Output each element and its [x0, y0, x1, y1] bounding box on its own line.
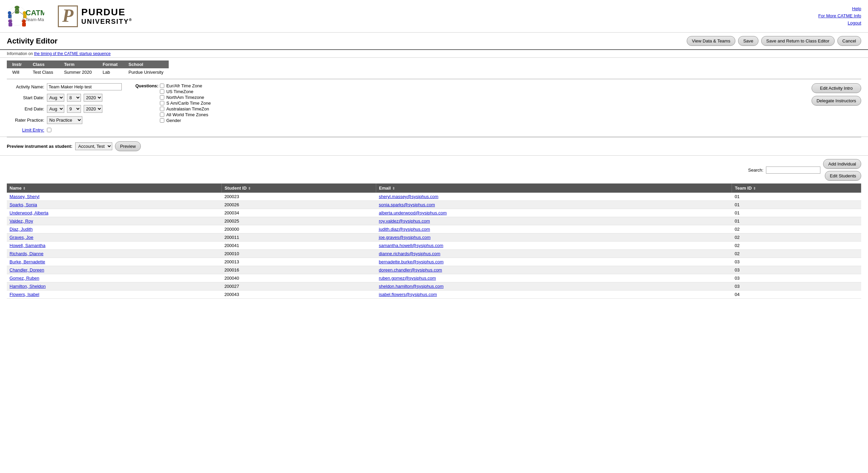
student-email-cell: doreen.chandler@sysiphus.com: [376, 266, 732, 274]
form-questions: Questions: Eur/Afr Time Zone US TimeZone…: [135, 83, 211, 133]
student-name-link[interactable]: Massey, Sheryl: [10, 194, 39, 199]
end-day-select[interactable]: 12345678910: [67, 105, 81, 113]
student-name-link[interactable]: Graves, Joe: [10, 235, 33, 240]
edit-students-button[interactable]: Edit Students: [825, 171, 861, 181]
question-eur-afr: Eur/Afr Time Zone: [160, 83, 211, 88]
student-name-cell: Massey, Sheryl: [7, 193, 222, 201]
logo-section: CATME Team-Maker P PURDUE UNIVERSITY®: [7, 3, 132, 29]
search-input[interactable]: [766, 167, 820, 174]
student-email-link[interactable]: joe.graves@sysiphus.com: [379, 235, 431, 240]
preview-student-select[interactable]: Account, Test: [75, 142, 112, 150]
student-email-link[interactable]: sheldon.hamilton@sysiphus.com: [379, 284, 444, 289]
limit-entry-label[interactable]: Limit Entry:: [7, 127, 44, 133]
student-name-link[interactable]: Chandler, Doreen: [10, 267, 44, 273]
table-row: Burke, Bernadette 200013 bernadette.burk…: [7, 258, 861, 266]
team-sort-icon: ⇕: [753, 187, 756, 190]
timing-link[interactable]: the timing of the CATME startup sequence: [34, 51, 111, 56]
student-name-link[interactable]: Burke, Bernadette: [10, 259, 45, 264]
view-data-teams-button[interactable]: View Data & Teams: [687, 36, 735, 46]
class-info-row: Will Test Class Summer 2020 Lab Purdue U…: [7, 68, 169, 76]
student-team-cell: 02: [732, 225, 861, 233]
start-month-select[interactable]: JanFebMarAprMayJunJulAugSepOctNovDec: [47, 94, 64, 102]
rater-practice-label: Rater Practice:: [7, 118, 44, 123]
student-name-link[interactable]: Flowers, Isabel: [10, 292, 39, 297]
col-student-id[interactable]: Student ID ⇕: [222, 183, 376, 193]
student-email-link[interactable]: dianne.richards@sysiphus.com: [379, 251, 440, 256]
student-email-link[interactable]: ruben.gomez@sysiphus.com: [379, 276, 436, 281]
delegate-instructors-button[interactable]: Delegate Instructors: [812, 96, 861, 106]
student-email-link[interactable]: bernadette.burke@sysiphus.com: [379, 259, 444, 264]
student-id-cell: 200027: [222, 282, 376, 291]
end-month-select[interactable]: JanFebMarAprMayJunJulAugSepOctNovDec: [47, 105, 64, 113]
student-name-link[interactable]: Underwood, Alberta: [10, 210, 48, 215]
col-email[interactable]: Email ⇕: [376, 183, 732, 193]
purdue-name: PURDUE: [81, 7, 132, 18]
student-id-cell: 200013: [222, 258, 376, 266]
save-return-button[interactable]: Save and Return to Class Editor: [761, 36, 835, 46]
student-name-cell: Chandler, Doreen: [7, 266, 222, 274]
rater-practice-select[interactable]: No Practice With Practice Practice Only: [47, 116, 82, 124]
limit-entry-checkbox[interactable]: [47, 128, 51, 132]
search-label: Search:: [748, 168, 764, 173]
student-name-link[interactable]: Richards, Dianne: [10, 251, 44, 256]
start-day-select[interactable]: 12345678910: [67, 94, 81, 102]
student-email-link[interactable]: judith.diaz@sysiphus.com: [379, 227, 430, 232]
activity-name-label: Activity Name:: [7, 84, 44, 89]
student-name-link[interactable]: Sparks, Sonia: [10, 202, 37, 207]
help-link[interactable]: Help: [818, 5, 861, 13]
purdue-name-block: PURDUE UNIVERSITY®: [81, 7, 132, 25]
cancel-button[interactable]: Cancel: [837, 36, 861, 46]
student-email-link[interactable]: roy.valdez@sysiphus.com: [379, 218, 430, 224]
table-row: Richards, Dianne 200010 dianne.richards@…: [7, 250, 861, 258]
student-id-cell: 200043: [222, 291, 376, 299]
save-button[interactable]: Save: [738, 36, 758, 46]
checkbox-eur-afr[interactable]: [160, 84, 164, 88]
student-name-link[interactable]: Valdez, Roy: [10, 218, 33, 224]
student-id-cell: 200026: [222, 201, 376, 209]
class-instr-value: Will: [7, 68, 27, 76]
table-row: Sparks, Sonia 200026 sonia.sparks@sysiph…: [7, 201, 861, 209]
table-row: Howell, Samantha 200041 samantha.howell@…: [7, 242, 861, 250]
question-us-timezone: US TimeZone: [160, 89, 211, 94]
logout-link[interactable]: Logout: [818, 20, 861, 27]
student-name-link[interactable]: Diaz, Judith: [10, 227, 33, 232]
preview-button[interactable]: Preview: [115, 141, 141, 151]
start-year-select[interactable]: 201920202021: [84, 94, 102, 102]
student-email-link[interactable]: samantha.howell@sysiphus.com: [379, 243, 444, 248]
edit-activity-intro-button[interactable]: Edit Activity Intro: [812, 83, 861, 93]
student-email-link[interactable]: doreen.chandler@sysiphus.com: [379, 267, 442, 273]
student-name-link[interactable]: Gomez, Ruben: [10, 276, 39, 281]
students-section: Search: Add Individual Edit Students Nam…: [0, 156, 868, 302]
student-email-link[interactable]: sonia.sparks@sysiphus.com: [379, 202, 435, 207]
student-email-cell: roy.valdez@sysiphus.com: [376, 217, 732, 225]
question-all-world: All World Time Zones: [160, 112, 211, 117]
more-info-link[interactable]: For More CATME Info: [818, 13, 861, 20]
student-email-cell: sheryl.massey@sysiphus.com: [376, 193, 732, 201]
student-email-link[interactable]: isabel.flowers@sysiphus.com: [379, 292, 437, 297]
student-email-link[interactable]: sheryl.massey@sysiphus.com: [379, 194, 438, 199]
col-team-id[interactable]: Team ID ⇕: [732, 183, 861, 193]
catme-logo: CATME Team-Maker: [7, 3, 44, 29]
end-date-label: End Date:: [7, 106, 44, 111]
student-name-link[interactable]: Howell, Samantha: [10, 243, 46, 248]
checkbox-us-timezone[interactable]: [160, 89, 164, 94]
name-sort-icon: ⇕: [23, 187, 26, 190]
checkbox-northam[interactable]: [160, 95, 164, 100]
svg-point-1: [15, 6, 19, 9]
checkbox-s-am[interactable]: [160, 101, 164, 105]
add-individual-button[interactable]: Add Individual: [823, 159, 861, 169]
student-email-cell: bernadette.burke@sysiphus.com: [376, 258, 732, 266]
student-name-link[interactable]: Hamilton, Sheldon: [10, 284, 46, 289]
student-email-cell: isabel.flowers@sysiphus.com: [376, 291, 732, 299]
student-email-link[interactable]: alberta.underwood@sysiphus.com: [379, 210, 447, 215]
checkbox-gender[interactable]: [160, 118, 164, 123]
table-row: Underwood, Alberta 200034 alberta.underw…: [7, 209, 861, 217]
checkbox-all-world[interactable]: [160, 112, 164, 117]
limit-entry-row: Limit Entry:: [7, 127, 122, 133]
activity-name-input[interactable]: [47, 83, 122, 90]
col-name[interactable]: Name ⇕: [7, 183, 222, 193]
class-info-section: Instr Class Term Format School Will Test…: [7, 60, 861, 76]
checkbox-australasian[interactable]: [160, 107, 164, 111]
end-year-select[interactable]: 201920202021: [84, 105, 102, 113]
col-class: Class: [27, 60, 59, 68]
